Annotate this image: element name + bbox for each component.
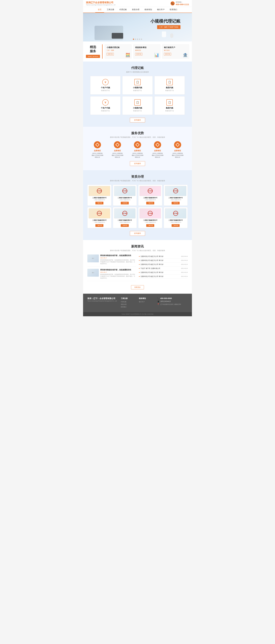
news-list-title[interactable]: 注册外资公司 核定方公司 审计好 [141,259,180,262]
service-card-sub: 银行信任 [164,49,187,51]
news-list-title[interactable]: 宁远宁 海宁市 注册外资公司 [141,267,180,270]
agent-card-desc: 快速无忧下证 [125,110,150,112]
footer-phone2-item: 📱 18512454415 [157,300,188,302]
agent-card: ¥ 个体户代账 快速无忧下证 [90,96,121,115]
advantage-sub: 拥有丰富的客户资源遍及国际，可为广大小微企业提供规范、优质、快捷的服务 [86,136,189,138]
news-list-dot [139,256,140,257]
cert-consult-btn[interactable]: 咨询服务 [130,231,145,236]
cert-btn[interactable]: 了解详情 [121,224,129,227]
footer-address-item: 📍 辽宁省沈阳市沈河区 大康路120# [157,303,188,306]
agent-card-name: 集团代账 [157,86,182,89]
news-thumb: 图片 [87,254,99,262]
cert-name: 二类医疗器械经营许可 [89,197,110,199]
news-list-date: 2021-06-19 [181,272,188,273]
advantage-name: 品质保证 [128,150,147,152]
advantage-item: 品质保证 18年以上初税经验覆盖几乎所有互联网财税企业 [168,141,187,158]
news-list-item: 注册外资公司 核定方公司 审计好 2021-06-19 [139,274,188,278]
news-list-title[interactable]: 注册外资公司 核定方公司 审计好 [141,255,180,258]
news-info: 两张财务数据自相矛盾，信息披露真实性 2021-08-17 两张财务数据自相矛盾… [100,269,136,279]
footer-phone1: 400-000-0000 [160,297,172,300]
advantage-text: 18年以上初税经验覆盖几乎所有互联网财税企业 [148,152,167,158]
nav-item-资质办理[interactable]: 资质办理 [129,7,142,12]
news-list-item: 注册外资公司 核定方公司 审计好 2021-06-19 [139,258,188,262]
agent-card-desc: 快速无忧下证 [157,90,182,92]
navigation: 首页工商注册代理记账资质办理税务筹划银行开户联系我们 [83,7,192,13]
agent-sub: 服务中小/微型规模企业记账核算 [86,71,189,73]
cert-btn[interactable]: 了解详情 [121,202,129,204]
cert-name: 二类医疗器械经营许可 [114,197,136,199]
cert-btn[interactable]: 了解详情 [146,224,154,227]
cert-image: 医疗器械 [140,186,161,196]
cert-desc: 二类医疗器械经营许可 [114,222,136,223]
service-card-btn[interactable]: 查看详细 [164,53,171,56]
news-list-date: 2021-06-19 [181,264,188,265]
footer-link[interactable]: 资质办理 [121,304,136,306]
agent-section: 代理记账 服务中小/微型规模企业记账核算 ¥ 个体户代账 快速无忧下证 📋 小规… [83,62,192,127]
service-card-btn[interactable]: 查看详细 [107,53,114,56]
nav-item-首页[interactable]: 首页 [95,7,104,12]
news-list-dot [139,260,140,261]
footer-logo-en: Tianrun (Liaoning) Enterprise Management… [87,300,118,302]
agent-card-name: 集团代账 [157,107,182,109]
nav-item-银行开户[interactable]: 银行开户 [155,7,167,12]
service-card-sub: 服务优先 [135,49,158,51]
footer-link[interactable]: 代理记账 [121,301,136,303]
cert-image: 医疗器械 [114,186,136,196]
news-thumb: 图片 [87,269,99,277]
news-item-title[interactable]: 两张财务数据自相矛盾，信息披露真实性 [100,269,136,271]
service-card: 银行难准开户 银行信任 查看详细 🏦 [162,44,189,59]
diamond-icon [134,141,141,148]
service-card-title: 小规模代理记账 [107,46,130,49]
cert-card: 医疗器械 二类医疗器械经营许可 二类医疗器械经营许可 了解详情 [87,207,111,228]
agent-card: 📋 集团代账 快速无忧下证 [154,76,185,94]
news-list-title[interactable]: 注册外资公司 核定方公司 审计好 [141,263,180,266]
hotline-label: 咨询热线： [176,1,189,3]
cert-image: 医疗器械 [114,208,136,218]
copyright: ©2019 添润辽宁企业管理有限公司 辽ICP备1234567890 [122,314,154,315]
news-list-date: 2021-06-19 [181,268,188,269]
advantage-name: 品质保证 [88,150,107,152]
advantage-title: 服务优势 [86,131,189,135]
banner: 小规模代理记账 三对一服务 不满意可退款 [83,13,192,42]
advantage-text: 18年以上初税经验覆盖几乎所有互联网财税企业 [88,152,107,158]
cert-btn[interactable]: 了解详情 [146,202,154,204]
nav-item-工商注册[interactable]: 工商注册 [104,7,117,12]
agent-grid: ¥ 个体户代账 快速无忧下证 📋 小规模代账 快速无忧下证 📋 集团代账 快速无… [90,76,185,115]
cert-btn[interactable]: 了解详情 [172,224,180,227]
hotline-number: 400-000-1111 [176,3,189,6]
news-list-title[interactable]: 注册外资公司 核定方公司 审计好 [141,271,180,274]
cert-btn[interactable]: 了解详情 [172,202,180,204]
service-card-icon: 📊 [154,53,159,57]
footer-links-col1: 工商注册 代理记账资质办理联系我们 [121,297,136,308]
cert-btn[interactable]: 了解详情 [95,224,103,227]
agent-consult-btn[interactable]: 咨询服务 [130,118,145,122]
footer-link[interactable]: 银行开户 [139,301,154,303]
agent-card: 📋 集团代账 快速无忧下证 [154,96,185,115]
cert-btn[interactable]: 了解详情 [95,202,103,204]
service-card-btn[interactable]: 查看详细 [135,53,142,56]
cert-card: 医疗器械 二类医疗器械经营许可 二类医疗器械经营许可 了解详情 [164,207,188,228]
news-list-dot [139,268,140,269]
nav-item-代理记账[interactable]: 代理记账 [117,7,129,12]
location-icon: 📍 [157,303,159,306]
advantage-consult-btn[interactable]: 咨询服务 [130,161,145,166]
cert-card: 医疗器械 二类医疗器械经营许可 二类医疗器械经营许可 了解详情 [113,185,137,206]
news-list-date: 2021-06-19 [181,276,188,277]
footer-link[interactable]: 联系我们 [121,306,136,308]
advantage-name: 品质保证 [168,150,187,152]
banner-title: 小规模代理记账 [150,18,180,24]
select-services-button[interactable]: Select services [86,55,100,58]
news-list-title[interactable]: 注册外资公司 核定方公司 审计好 [141,275,180,278]
advantage-text: 18年以上初税经验覆盖几乎所有互联网财税企业 [108,152,127,158]
nav-item-联系我们[interactable]: 联系我们 [167,7,180,12]
news-item-title[interactable]: 两张财务数据自相矛盾，信息披露真实性 [100,254,136,257]
footer-links-col2: 税务筹划 银行开户 [139,297,154,308]
agent-card: 📋 小规模代账 快速无忧下证 [122,96,153,115]
phone-icon1: 📞 [157,297,159,300]
nav-item-税务筹划[interactable]: 税务筹划 [142,7,155,12]
cert-image: 医疗器械 [89,208,110,218]
news-more-btn[interactable]: 查看更多 [131,285,144,290]
news-list-dot [139,264,140,265]
footer-links-title2: 税务筹划 [139,297,154,300]
advantage-section: 服务优势 拥有丰富的客户资源遍及国际，可为广大小微企业提供规范、优质、快捷的服务… [83,127,192,170]
